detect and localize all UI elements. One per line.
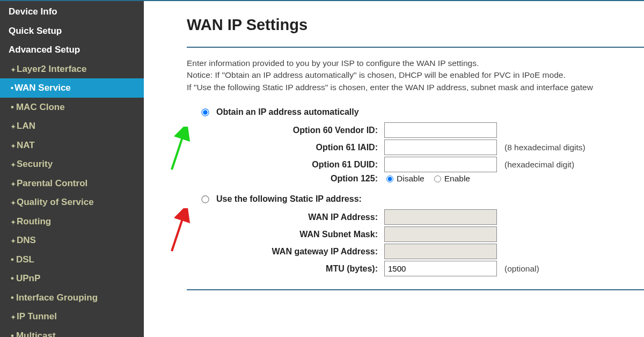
label-opt61-duid: Option 61 DUID: — [196, 160, 384, 170]
sidebar-item-parental[interactable]: Parental Control — [0, 174, 144, 193]
label-wan-mask: WAN Subnet Mask: — [196, 230, 384, 239]
annotation-arrow-green-icon — [166, 127, 190, 175]
sidebar-item-wan-service[interactable]: WAN Service — [0, 78, 144, 98]
radio-use-static[interactable] — [201, 195, 209, 203]
intro-line3: If "Use the following Static IP address"… — [187, 82, 644, 93]
intro-line1: Enter information provided to you by you… — [187, 57, 644, 69]
radio-obtain-auto[interactable] — [201, 108, 209, 116]
input-opt60[interactable] — [384, 122, 497, 138]
divider-bottom — [187, 289, 644, 290]
input-wan-mask[interactable] — [384, 226, 497, 242]
sidebar-item-ifgroup[interactable]: Interface Grouping — [0, 288, 144, 307]
sidebar: Device Info Quick Setup Advanced Setup L… — [0, 0, 144, 337]
label-mtu: MTU (bytes): — [196, 264, 384, 274]
sidebar-item-qos[interactable]: Quality of Service — [0, 193, 144, 212]
label-opt125-disable: Disable — [397, 174, 425, 184]
intro-text: Enter information provided to you by you… — [187, 57, 644, 93]
sidebar-item-advanced-setup[interactable]: Advanced Setup — [0, 40, 144, 60]
svg-line-1 — [172, 213, 185, 251]
intro-line2: Notice: If "Obtain an IP address automat… — [187, 69, 644, 81]
label-wan-gw: WAN gateway IP Address: — [196, 247, 384, 257]
label-use-static: Use the following Static IP address: — [216, 194, 362, 204]
hint-opt61-iaid: (8 hexadecimal digits) — [504, 143, 586, 152]
annotation-arrow-red-icon — [166, 208, 190, 257]
sidebar-item-dsl[interactable]: DSL — [0, 250, 144, 269]
sidebar-item-quick-setup[interactable]: Quick Setup — [0, 21, 144, 41]
sidebar-item-mac-clone[interactable]: MAC Clone — [0, 98, 144, 117]
sidebar-item-lan[interactable]: LAN — [0, 116, 144, 136]
label-opt60: Option 60 Vendor ID: — [196, 126, 384, 135]
main-content: WAN IP Settings Enter information provid… — [144, 0, 644, 337]
sidebar-item-device-info[interactable]: Device Info — [0, 2, 144, 21]
sidebar-item-layer2[interactable]: Layer2 Interface — [0, 60, 144, 79]
input-wan-ip[interactable] — [384, 209, 497, 225]
label-opt125: Option 125: — [196, 174, 384, 184]
label-opt61-iaid: Option 61 IAID: — [196, 143, 384, 152]
divider-top — [187, 47, 644, 48]
sidebar-item-multicast[interactable]: Multicast — [0, 326, 144, 338]
input-opt61-duid[interactable] — [384, 157, 497, 172]
hint-opt61-duid: (hexadecimal digit) — [504, 160, 574, 170]
input-opt61-iaid[interactable] — [384, 140, 497, 155]
radio-opt125-disable[interactable] — [386, 175, 393, 182]
hint-mtu: (optional) — [504, 264, 539, 274]
page-title: WAN IP Settings — [187, 16, 644, 34]
sidebar-item-nat[interactable]: NAT — [0, 136, 144, 155]
input-mtu[interactable] — [384, 261, 497, 276]
label-wan-ip: WAN IP Address: — [196, 213, 384, 222]
label-obtain-auto: Obtain an IP address automatically — [216, 107, 359, 117]
radio-opt125-enable[interactable] — [434, 175, 441, 182]
label-opt125-enable: Enable — [444, 174, 470, 184]
input-wan-gw[interactable] — [384, 244, 497, 259]
sidebar-item-iptunnel[interactable]: IP Tunnel — [0, 307, 144, 326]
sidebar-item-security[interactable]: Security — [0, 155, 144, 174]
sidebar-item-upnp[interactable]: UPnP — [0, 269, 144, 288]
sidebar-item-routing[interactable]: Routing — [0, 212, 144, 231]
svg-line-0 — [172, 131, 185, 170]
sidebar-item-dns[interactable]: DNS — [0, 231, 144, 250]
